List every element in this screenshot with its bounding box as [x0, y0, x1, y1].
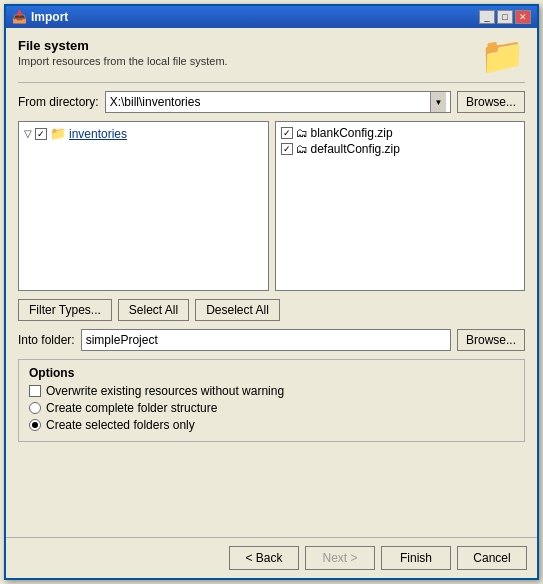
page-description: Import resources from the local file sys…	[18, 55, 228, 67]
next-button[interactable]: Next >	[305, 546, 375, 570]
options-section: Options Overwrite existing resources wit…	[18, 359, 525, 442]
filter-types-button[interactable]: Filter Types...	[18, 299, 112, 321]
import-dialog: 📥 Import _ □ ✕ File system Import resour…	[4, 4, 539, 580]
into-folder-browse-button[interactable]: Browse...	[457, 329, 525, 351]
list-item[interactable]: ▽ 📁 inventories	[22, 125, 265, 142]
overwrite-label: Overwrite existing resources without war…	[46, 384, 284, 398]
combo-arrow-icon[interactable]: ▼	[430, 92, 446, 112]
minimize-button[interactable]: _	[479, 10, 495, 24]
divider	[18, 82, 525, 83]
selected-folders-label: Create selected folders only	[46, 418, 195, 432]
file-checkbox-1[interactable]	[281, 127, 293, 139]
close-button[interactable]: ✕	[515, 10, 531, 24]
complete-folder-label: Create complete folder structure	[46, 401, 217, 415]
zip-file-icon-2: 🗂	[296, 142, 308, 156]
overwrite-checkbox[interactable]	[29, 385, 41, 397]
window-icon: 📥	[12, 10, 27, 24]
from-directory-label: From directory:	[18, 95, 99, 109]
list-item[interactable]: 🗂 blankConfig.zip	[279, 125, 522, 141]
from-directory-combo[interactable]: X:\bill\inventories ▼	[105, 91, 451, 113]
window-title: Import	[31, 10, 68, 24]
expand-arrow-icon: ▽	[24, 128, 32, 139]
deselect-all-button[interactable]: Deselect All	[195, 299, 280, 321]
file-label-2: defaultConfig.zip	[311, 142, 400, 156]
list-item[interactable]: 🗂 defaultConfig.zip	[279, 141, 522, 157]
title-bar: 📥 Import _ □ ✕	[6, 6, 537, 28]
zip-file-icon-1: 🗂	[296, 126, 308, 140]
option-selected-folders[interactable]: Create selected folders only	[29, 418, 514, 432]
finish-button[interactable]: Finish	[381, 546, 451, 570]
complete-folder-radio[interactable]	[29, 402, 41, 414]
select-all-button[interactable]: Select All	[118, 299, 189, 321]
option-complete-folder[interactable]: Create complete folder structure	[29, 401, 514, 415]
bottom-buttons: < Back Next > Finish Cancel	[6, 537, 537, 578]
into-folder-row: Into folder: Browse...	[18, 329, 525, 351]
folder-label: inventories	[69, 127, 127, 141]
into-folder-label: Into folder:	[18, 333, 75, 347]
into-folder-input[interactable]	[81, 329, 451, 351]
selected-folders-radio[interactable]	[29, 419, 41, 431]
folder-icon: 📁	[480, 38, 525, 74]
file-panels: ▽ 📁 inventories 🗂 blankConfig.zip 🗂 defa…	[18, 121, 525, 291]
from-directory-value: X:\bill\inventories	[110, 95, 201, 109]
page-title: File system	[18, 38, 228, 53]
folder-tree-panel[interactable]: ▽ 📁 inventories	[18, 121, 269, 291]
from-directory-browse-button[interactable]: Browse...	[457, 91, 525, 113]
options-title: Options	[29, 366, 514, 380]
back-button[interactable]: < Back	[229, 546, 299, 570]
folder-checkbox[interactable]	[35, 128, 47, 140]
maximize-button[interactable]: □	[497, 10, 513, 24]
file-list-panel[interactable]: 🗂 blankConfig.zip 🗂 defaultConfig.zip	[275, 121, 526, 291]
file-checkbox-2[interactable]	[281, 143, 293, 155]
option-overwrite[interactable]: Overwrite existing resources without war…	[29, 384, 514, 398]
from-directory-row: From directory: X:\bill\inventories ▼ Br…	[18, 91, 525, 113]
folder-icon-small: 📁	[50, 126, 66, 141]
cancel-button[interactable]: Cancel	[457, 546, 527, 570]
file-label-1: blankConfig.zip	[311, 126, 393, 140]
header-section: File system Import resources from the lo…	[18, 38, 525, 74]
action-buttons: Filter Types... Select All Deselect All	[18, 299, 525, 321]
